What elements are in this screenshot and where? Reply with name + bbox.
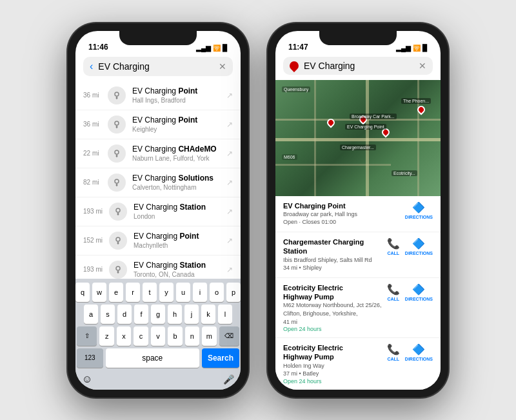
- key-f[interactable]: f: [134, 305, 148, 324]
- space-key[interactable]: space: [106, 348, 199, 368]
- list-content-7: EV Charging Station Toronto, ON, Canada: [134, 261, 220, 278]
- wifi-icon-r: 🛜: [413, 45, 421, 52]
- search-bar-right[interactable]: EV Charging ✕: [283, 57, 433, 75]
- list-icon-6: [109, 232, 127, 250]
- result-item-1[interactable]: EV Charging Point Broadway car park, Hal…: [275, 196, 441, 232]
- list-item-2[interactable]: 36 mi EV Charging Point Keighley ↗: [75, 110, 241, 139]
- key-x[interactable]: x: [117, 326, 131, 346]
- results-list-left: 36 mi EV Charging Point Hall Ings, Bradf…: [75, 81, 241, 279]
- list-arrow-4: ↗: [226, 178, 233, 187]
- list-distance-5: 193 mi: [83, 208, 103, 215]
- clear-button-left[interactable]: ✕: [219, 61, 226, 72]
- key-n[interactable]: n: [185, 326, 199, 346]
- map-view[interactable]: The Phoen... Broadway Car Park... EV Cha…: [275, 80, 441, 196]
- key-t[interactable]: t: [143, 283, 157, 302]
- notch: [119, 31, 197, 45]
- list-content-2: EV Charging Point Keighley: [132, 115, 220, 133]
- result-item-2[interactable]: Chargemaster Charging Station Ibis Bradf…: [275, 232, 441, 278]
- list-subtitle-7: Toronto, ON, Canada: [134, 271, 220, 278]
- search-bar-left[interactable]: ‹ EV Charging ✕: [83, 57, 233, 76]
- list-content-3: EV Charging CHAdeMO Naburn Lane, Fulford…: [132, 145, 220, 162]
- key-s[interactable]: s: [101, 305, 115, 324]
- list-subtitle-2: Keighley: [132, 126, 220, 133]
- key-k[interactable]: k: [201, 305, 215, 324]
- list-title-3: EV Charging CHAdeMO: [132, 145, 220, 155]
- keyboard-bottom: ☺ 🎤: [77, 370, 239, 388]
- list-item-1[interactable]: 36 mi EV Charging Point Hall Ings, Bradf…: [75, 81, 241, 110]
- call-button-3[interactable]: 📞 CALL: [387, 283, 400, 301]
- key-m[interactable]: m: [202, 326, 216, 346]
- backspace-key[interactable]: ⌫: [219, 326, 239, 346]
- result-address-2: Ibis Bradford Shipley, Salts Mill Rd34 m…: [283, 256, 383, 272]
- directions-button-1[interactable]: 🔷 DIRECTIONS: [405, 201, 433, 219]
- directions-button-3[interactable]: 🔷 DIRECTIONS: [405, 283, 433, 301]
- key-c[interactable]: c: [134, 326, 148, 346]
- call-button-2[interactable]: 📞 CALL: [387, 237, 400, 255]
- search-text-left[interactable]: EV Charging: [98, 61, 213, 72]
- shift-key[interactable]: ⇧: [77, 326, 97, 346]
- list-icon-5: [109, 203, 127, 221]
- list-item-6[interactable]: 152 mi EV Charging Point Machynlleth ↗: [75, 226, 241, 255]
- clear-button-right[interactable]: ✕: [419, 61, 426, 71]
- key-i[interactable]: i: [193, 283, 207, 302]
- key-l[interactable]: l: [218, 305, 232, 324]
- result-item-3[interactable]: Ecotricity ElectricHighway Pump M62 Moto…: [275, 278, 441, 338]
- list-item-5[interactable]: 193 mi EV Charging Station London ↗: [75, 197, 241, 226]
- key-y[interactable]: y: [159, 283, 174, 302]
- directions-button-2[interactable]: 🔷 DIRECTIONS: [405, 237, 433, 255]
- list-subtitle-3: Naburn Lane, Fulford, York: [132, 155, 220, 162]
- key-h[interactable]: h: [168, 305, 182, 324]
- list-icon-2: [108, 115, 126, 134]
- search-key[interactable]: Search: [202, 348, 239, 368]
- keyboard[interactable]: q w e r t y u i o p a s d f g h j k: [75, 279, 241, 390]
- list-title-5: EV Charging Station: [134, 203, 220, 213]
- list-item-4[interactable]: 82 mi EV Charging Solutions Calverton, N…: [75, 168, 241, 197]
- directions-icon-1: 🔷: [412, 201, 425, 214]
- time-left: 11:46: [88, 43, 108, 52]
- call-icon-3: 📞: [387, 283, 400, 295]
- key-o[interactable]: o: [210, 283, 224, 302]
- key-g[interactable]: g: [151, 305, 165, 324]
- key-v[interactable]: v: [151, 326, 165, 346]
- emoji-key[interactable]: ☺: [82, 374, 92, 385]
- list-subtitle-1: Hall Ings, Bradford: [132, 97, 220, 104]
- map-label-broadway: Broadway Car Park...: [350, 114, 397, 119]
- list-item-7[interactable]: 193 mi EV Charging Station Toronto, ON, …: [75, 255, 241, 279]
- key-e[interactable]: e: [109, 283, 123, 302]
- signal-icon-r: ▂▄▆: [396, 45, 411, 52]
- list-distance-3: 22 mi: [83, 150, 101, 157]
- key-j[interactable]: j: [184, 305, 199, 324]
- search-text-right[interactable]: EV Charging: [304, 61, 413, 71]
- key-a[interactable]: a: [84, 305, 98, 324]
- key-q[interactable]: q: [75, 283, 90, 302]
- key-p[interactable]: p: [226, 283, 241, 302]
- list-arrow-1: ↗: [226, 91, 233, 100]
- numbers-key[interactable]: 123: [77, 348, 103, 368]
- result-title-4: Ecotricity ElectricHighway Pump: [283, 343, 383, 362]
- result-address-4: Holden Ing Way37 mi • Batley: [283, 362, 383, 378]
- key-z[interactable]: z: [99, 326, 114, 346]
- key-w[interactable]: w: [92, 283, 106, 302]
- time-right: 11:47: [288, 43, 308, 52]
- list-distance-7: 193 mi: [83, 266, 103, 273]
- key-b[interactable]: b: [168, 326, 182, 346]
- list-item-3[interactable]: 22 mi EV Charging CHAdeMO Naburn Lane, F…: [75, 139, 241, 168]
- back-button-left[interactable]: ‹: [90, 61, 93, 72]
- map-label-phoenix: The Phoen...: [401, 98, 431, 104]
- key-d[interactable]: d: [117, 305, 132, 324]
- key-r[interactable]: r: [126, 283, 140, 302]
- list-distance-6: 152 mi: [83, 237, 103, 244]
- call-icon-2: 📞: [387, 237, 400, 250]
- result-address-1: Broadway car park, Hall IngsOpen · Close…: [283, 210, 401, 226]
- svg-point-6: [116, 266, 120, 270]
- list-subtitle-4: Calverton, Nottingham: [132, 184, 220, 191]
- result-status-3: Open 24 hours: [283, 326, 383, 332]
- result-item-4[interactable]: Ecotricity ElectricHighway Pump Holden I…: [275, 338, 441, 389]
- list-icon-1: [108, 86, 126, 105]
- svg-point-4: [116, 208, 120, 212]
- mic-key[interactable]: 🎤: [223, 374, 234, 385]
- directions-button-4[interactable]: 🔷 DIRECTIONS: [405, 343, 433, 361]
- call-button-4[interactable]: 📞 CALL: [387, 343, 400, 361]
- result-status-4: Open 24 hours: [283, 378, 383, 385]
- key-u[interactable]: u: [176, 283, 190, 302]
